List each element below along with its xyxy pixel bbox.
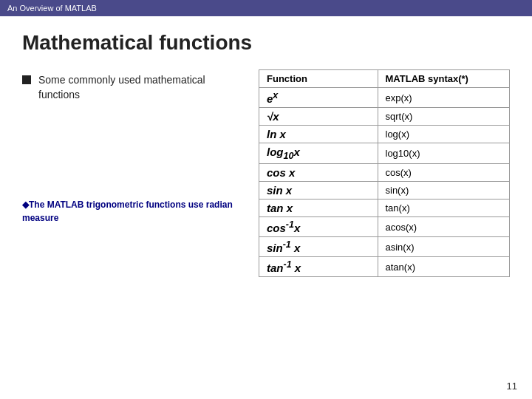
- table-row: sin xsin(x): [259, 182, 510, 200]
- table-cell-function: tan-1 x: [259, 257, 378, 277]
- functions-table: Function MATLAB syntax(*) exexp(x)√xsqrt…: [259, 69, 510, 277]
- table-cell-syntax: sin(x): [378, 182, 510, 200]
- table-cell-syntax: log10(x): [378, 143, 510, 164]
- table-cell-function: ex: [259, 88, 378, 108]
- table-cell-syntax: log(x): [378, 126, 510, 143]
- main-content: Mathematical functions Some commonly use…: [0, 16, 532, 292]
- table-row: tan xtan(x): [259, 200, 510, 217]
- left-column: Some commonly used mathematical function…: [22, 69, 236, 225]
- table-cell-syntax: tan(x): [378, 200, 510, 217]
- bullet-icon: [22, 75, 31, 84]
- top-bar: An Overview of MATLAB: [0, 0, 532, 16]
- table-row: √xsqrt(x): [259, 108, 510, 126]
- table-cell-function: log10x: [259, 143, 378, 164]
- table-cell-syntax: asin(x): [378, 237, 510, 257]
- col-header-function: Function: [259, 70, 378, 88]
- table-header-row: Function MATLAB syntax(*): [259, 70, 510, 88]
- right-column: Function MATLAB syntax(*) exexp(x)√xsqrt…: [259, 69, 510, 277]
- bullet-text: Some commonly used mathematical function…: [38, 73, 236, 102]
- col-header-syntax: MATLAB syntax(*): [378, 70, 510, 88]
- content-row: Some commonly used mathematical function…: [22, 69, 510, 277]
- table-cell-function: tan x: [259, 200, 378, 217]
- table-cell-function: cos x: [259, 164, 378, 182]
- table-cell-syntax: sqrt(x): [378, 108, 510, 126]
- page-title: Mathematical functions: [22, 31, 510, 55]
- table-row: cos-1xacos(x): [259, 217, 510, 237]
- table-row: exexp(x): [259, 88, 510, 108]
- table-cell-function: ln x: [259, 126, 378, 143]
- table-row: ln xlog(x): [259, 126, 510, 143]
- table-cell-function: cos-1x: [259, 217, 378, 237]
- table-row: log10xlog10(x): [259, 143, 510, 164]
- note-text: ◆The MATLAB trigonometric functions use …: [22, 198, 236, 225]
- table-row: tan-1 xatan(x): [259, 257, 510, 277]
- table-cell-function: sin-1 x: [259, 237, 378, 257]
- table-cell-syntax: acos(x): [378, 217, 510, 237]
- bullet-item: Some commonly used mathematical function…: [22, 73, 236, 102]
- top-bar-title: An Overview of MATLAB: [7, 4, 97, 13]
- table-cell-function: sin x: [259, 182, 378, 200]
- table-cell-syntax: atan(x): [378, 257, 510, 277]
- table-cell-function: √x: [259, 108, 378, 126]
- table-cell-syntax: cos(x): [378, 164, 510, 182]
- table-row: sin-1 xasin(x): [259, 237, 510, 257]
- table-cell-syntax: exp(x): [378, 88, 510, 108]
- table-row: cos xcos(x): [259, 164, 510, 182]
- page-number: 11: [507, 381, 517, 392]
